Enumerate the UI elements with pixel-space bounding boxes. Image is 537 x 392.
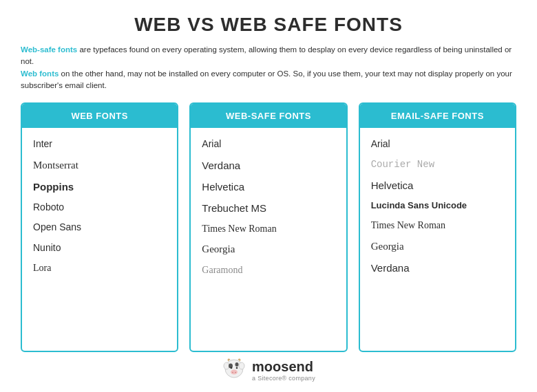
font-item-0-2: Poppins — [33, 177, 166, 197]
font-item-2-2: Helvetica — [371, 175, 504, 195]
column-header-0: WEB FONTS — [22, 104, 177, 128]
font-item-2-1: Courier New — [371, 155, 504, 175]
svg-point-6 — [232, 372, 233, 373]
column-header-1: WEB-SAFE FONTS — [191, 104, 346, 128]
brand-tagline: a Sitecore® company — [252, 375, 315, 382]
column-header-2: EMAIL-SAFE FONTS — [360, 104, 515, 128]
font-item-1-2: Helvetica — [202, 177, 335, 197]
description-text-2: on the other hand, may not be installed … — [21, 69, 512, 89]
description-text-1: are typefaces found on every operating s… — [21, 45, 512, 65]
moosend-logo-icon — [222, 358, 246, 382]
font-item-0-0: Inter — [33, 135, 166, 154]
brand-name: moosend — [252, 359, 315, 375]
font-item-0-3: Roboto — [33, 198, 166, 217]
font-item-2-6: Verdana — [371, 258, 504, 278]
font-item-0-4: Open Sans — [33, 218, 166, 237]
description: Web-safe fonts are typefaces found on ev… — [21, 44, 516, 91]
font-item-2-3: Lucinda Sans Unicode — [371, 197, 504, 215]
column-1: WEB-SAFE FONTSArialVerdanaHelveticaTrebu… — [189, 102, 347, 352]
column-body-1: ArialVerdanaHelveticaTrebuchet MSTimes N… — [191, 128, 346, 287]
page: WEB VS WEB SAFE FONTS Web-safe fonts are… — [0, 0, 537, 392]
description-highlight-1: Web-safe fonts — [21, 45, 77, 54]
font-item-2-5: Georgia — [371, 237, 504, 257]
footer: moosend a Sitecore® company — [222, 358, 315, 385]
description-highlight-2: Web fonts — [21, 69, 59, 78]
font-item-1-4: Times New Roman — [202, 219, 335, 239]
svg-point-2 — [239, 362, 244, 369]
column-body-0: InterMontserratPoppinsRobotoOpen SansNun… — [22, 128, 177, 285]
svg-point-9 — [236, 367, 238, 369]
font-item-2-4: Times New Roman — [371, 216, 504, 235]
font-item-1-3: Trebuchet MS — [202, 198, 335, 218]
font-item-0-5: Nunito — [33, 239, 166, 258]
font-item-0-6: Lora — [33, 259, 166, 278]
column-body-2: ArialCourier NewHelveticaLucinda Sans Un… — [360, 128, 515, 285]
svg-point-1 — [224, 362, 229, 369]
font-item-1-1: Verdana — [202, 155, 335, 175]
font-item-1-0: Arial — [202, 135, 335, 154]
svg-point-8 — [231, 367, 233, 369]
font-item-0-1: Montserrat — [33, 155, 166, 175]
font-item-1-6: Garamond — [202, 261, 335, 280]
brand-logo: moosend a Sitecore® company — [222, 358, 315, 382]
svg-point-7 — [235, 372, 236, 373]
page-title: WEB VS WEB SAFE FONTS — [134, 14, 403, 36]
column-2: EMAIL-SAFE FONTSArialCourier NewHelvetic… — [359, 102, 516, 352]
columns-container: WEB FONTSInterMontserratPoppinsRobotoOpe… — [21, 102, 516, 352]
svg-point-4 — [235, 362, 239, 367]
svg-point-5 — [231, 370, 238, 375]
font-item-2-0: Arial — [371, 135, 504, 154]
column-0: WEB FONTSInterMontserratPoppinsRobotoOpe… — [21, 102, 178, 352]
font-item-1-5: Georgia — [202, 239, 335, 259]
brand-name-container: moosend a Sitecore® company — [252, 359, 315, 382]
